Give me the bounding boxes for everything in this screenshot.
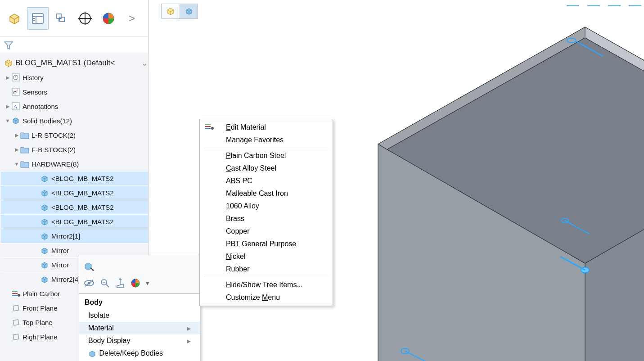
tree-annotations[interactable]: ▶ A Annotations [1, 99, 148, 113]
menu-body-display[interactable]: Body Display▸ [79, 334, 200, 347]
plane-icon [11, 304, 21, 312]
annotations-icon: A [11, 102, 21, 110]
menu-manage-favorites[interactable]: Manage Favorites [200, 134, 333, 146]
body-select-icon[interactable] [84, 262, 95, 271]
menu-plain-carbon-steel[interactable]: Plain Carbon Steel [200, 149, 333, 162]
expand-icon[interactable]: ▶ [14, 147, 20, 153]
breadcrumb-tab[interactable] [161, 4, 198, 19]
normal-to-icon[interactable] [115, 278, 125, 289]
menu-abs-pc[interactable]: ABS PC [200, 175, 333, 187]
tree-solid-bodies[interactable]: ▼ Solid Bodies(12) [1, 113, 148, 128]
tree-root[interactable]: BLOG_MB_MATS1 (Default< ⌄ [1, 56, 148, 70]
part-tab-button[interactable] [4, 7, 25, 30]
filter-row[interactable] [0, 37, 148, 54]
svg-point-21 [18, 294, 20, 297]
dimxpert-tab-button[interactable] [74, 7, 96, 30]
model-render [360, 14, 644, 361]
expand-panel-button[interactable]: > [121, 7, 143, 30]
tree-root-label: BLOG_MB_MATS1 (Default< [15, 59, 115, 68]
material-submenu: Edit Material Manage Favorites Plain Car… [199, 119, 333, 306]
menu-material[interactable]: Material▸ [79, 322, 200, 334]
appearance-icon[interactable] [131, 278, 140, 288]
solid-body-icon [40, 247, 50, 255]
tree-hw-item[interactable]: <BLOG_MB_MATS2 [1, 214, 148, 229]
menu-brass[interactable]: Brass [200, 212, 333, 225]
tree-history[interactable]: ▶ History [1, 70, 148, 85]
solid-body-icon [40, 232, 50, 240]
menu-rubber[interactable]: Rubber [200, 263, 333, 275]
config-tab-button[interactable] [50, 7, 72, 30]
folder-icon [20, 146, 30, 153]
hide-icon[interactable] [84, 279, 95, 287]
tree-hw-item[interactable]: Mirror2[1] [1, 229, 148, 243]
label: History [23, 74, 44, 81]
body-context-menu: Body Isolate Material▸ Body Display▸ Del… [79, 293, 200, 361]
solid-body-icon [40, 261, 50, 269]
solid-body-icon [40, 218, 50, 226]
label: L-R STOCK(2) [32, 131, 76, 139]
label: HARDWARE(8) [32, 160, 79, 168]
tree-fb-stock[interactable]: ▶ F-B STOCK(2) [1, 142, 148, 157]
menu-hide-show-tree[interactable]: Hide/Show Tree Items... [200, 279, 333, 291]
tree-hw-item[interactable]: <BLOG_MB_MATS2 [1, 185, 148, 200]
breadcrumb-part-icon[interactable] [162, 4, 180, 18]
menu-malleable-cast-iron[interactable]: Malleable Cast Iron [200, 187, 333, 200]
menu-nickel[interactable]: Nickel [200, 250, 333, 263]
panel-toolbar: > [0, 0, 148, 37]
tree-hardware[interactable]: ▼ HARDWARE(8) [1, 157, 148, 171]
tree-tab-button[interactable] [27, 7, 49, 30]
menu-1060-alloy[interactable]: 1060 Alloy [200, 200, 333, 212]
breadcrumb-body-icon[interactable] [180, 4, 198, 18]
tree-sensors[interactable]: Sensors [1, 85, 148, 99]
solid-body-icon [88, 350, 97, 358]
label: Mirror [51, 261, 69, 269]
plane-icon [11, 333, 21, 341]
svg-rect-6 [60, 17, 64, 22]
tree-hw-item[interactable]: <BLOG_MB_MATS2 [1, 171, 148, 185]
menu-pbt[interactable]: PBT General Purpose [200, 238, 333, 250]
menu-heading: Body [79, 296, 200, 309]
menu-edit-material[interactable]: Edit Material [200, 121, 333, 134]
svg-rect-3 [33, 18, 35, 19]
label: F-B STOCK(2) [32, 146, 76, 153]
svg-rect-4 [33, 20, 35, 21]
separator [204, 148, 328, 148]
expand-icon[interactable]: ▶ [5, 104, 11, 109]
appearance-tab-button[interactable] [98, 7, 119, 30]
collapse-icon[interactable]: ▼ [5, 118, 11, 123]
tree-hw-item[interactable]: <BLOG_MB_MATS2 [1, 200, 148, 214]
svg-text:A: A [14, 104, 18, 110]
solid-body-icon [40, 189, 50, 197]
collapse-icon[interactable]: ▼ [14, 161, 20, 167]
folder-icon [20, 160, 30, 168]
menu-delete-keep[interactable]: Delete/Keep Bodies [79, 347, 200, 360]
label: Solid Bodies(12) [23, 117, 72, 125]
menu-cast-alloy-steel[interactable]: Cast Alloy Steel [200, 162, 333, 175]
solid-body-icon [40, 203, 50, 212]
material-icon [204, 123, 215, 131]
expand-icon[interactable]: ▶ [5, 75, 11, 81]
svg-line-50 [106, 284, 109, 287]
label: Plain Carbor [23, 290, 60, 298]
menu-customize[interactable]: Customize Menu [200, 291, 333, 304]
label: <BLOG_MB_MATS2 [51, 218, 114, 226]
context-toolbar: ▾ [79, 255, 200, 299]
label: Mirror [51, 247, 69, 254]
label: Top Plane [23, 319, 53, 326]
label: Front Plane [23, 304, 58, 312]
dropdown-arrow-icon[interactable]: ▾ [146, 279, 149, 287]
menu-isolate[interactable]: Isolate [79, 309, 200, 322]
label: Sensors [23, 88, 47, 96]
svg-point-57 [211, 127, 214, 130]
label: Mirror2[4] [51, 275, 80, 283]
separator [204, 277, 328, 277]
tree-lr-stock[interactable]: ▶ L-R STOCK(2) [1, 128, 148, 142]
solid-body-icon [11, 117, 21, 125]
zoom-icon[interactable] [100, 278, 110, 288]
part-icon [4, 59, 14, 68]
label: <BLOG_MB_MATS2 [51, 189, 114, 197]
label: <BLOG_MB_MATS2 [51, 175, 114, 182]
expand-icon[interactable]: ▶ [14, 132, 20, 138]
menu-copper[interactable]: Copper [200, 225, 333, 238]
chevron-down-icon[interactable]: ⌄ [141, 58, 148, 68]
